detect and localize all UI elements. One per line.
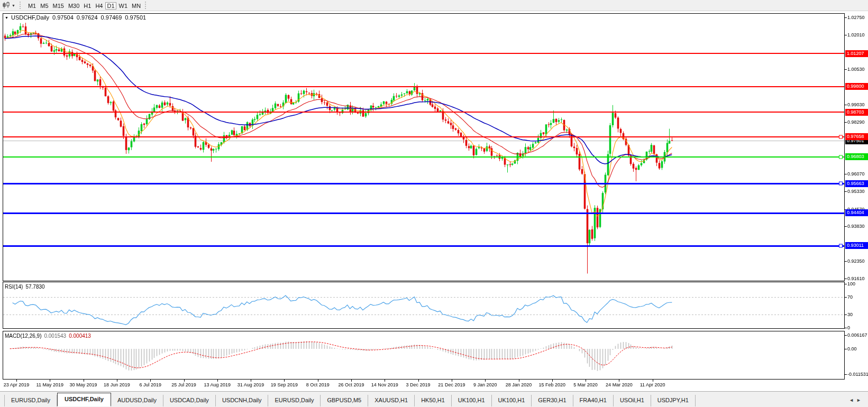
- tab-usdjpy-h1[interactable]: USDJPY,H1: [651, 395, 696, 406]
- tab-audusd-daily[interactable]: AUDUSD,Daily: [111, 395, 163, 406]
- tab-fra40-h1[interactable]: FRA40,H1: [573, 395, 614, 406]
- tab-xauusd-h1[interactable]: XAUUSD,H1: [368, 395, 415, 406]
- tab-usdcnh-daily[interactable]: USDCNH,Daily: [216, 395, 269, 406]
- tab-eurusd-daily[interactable]: EURUSD,Daily: [268, 395, 321, 406]
- tab-uk100-h1[interactable]: UK100,H1: [452, 395, 492, 406]
- rsi-name: RSI(14): [5, 284, 23, 290]
- timeframe-button-h1[interactable]: H1: [82, 2, 93, 10]
- price-chart-canvas[interactable]: [0, 0, 868, 407]
- toolbar-grip: [20, 2, 22, 9]
- chart-mode-icon[interactable]: [2, 1, 11, 10]
- tab-gbpusd-m5[interactable]: GBPUSD,M5: [321, 395, 368, 406]
- timeframe-button-m5[interactable]: M5: [39, 2, 50, 10]
- dropdown-caret-icon[interactable]: ▼: [12, 4, 15, 7]
- timeframe-button-m15[interactable]: M15: [51, 2, 66, 10]
- tab-usoil-h1[interactable]: USOil,H1: [614, 395, 651, 406]
- ohlc-low: 0.97469: [101, 14, 122, 21]
- macd-signal-value: 0.000413: [69, 333, 91, 339]
- tab-eurusd-daily[interactable]: EURUSD,Daily: [4, 395, 57, 406]
- timeframe-button-d1[interactable]: D1: [105, 2, 116, 10]
- tab-hk50-h1[interactable]: HK50,H1: [415, 395, 452, 406]
- timeframe-button-m1[interactable]: M1: [26, 2, 38, 10]
- toolbar-grip-2: [145, 2, 148, 9]
- ohlc-close: 0.97501: [125, 14, 146, 21]
- timeframe-bar: M1M5M15M30H1H4D1W1MN: [26, 1, 143, 10]
- macd-label: MACD(12,26,9)0.0015430.000413: [5, 333, 91, 339]
- macd-name: MACD(12,26,9): [5, 333, 41, 339]
- collapse-caret-icon[interactable]: ▼: [5, 16, 8, 20]
- rsi-value: 57.7830: [25, 284, 44, 290]
- tab-usdchf-daily[interactable]: USDCHF,Daily: [57, 393, 111, 406]
- timeframe-button-m30[interactable]: M30: [67, 2, 81, 10]
- rsi-label: RSI(14)57.7830: [5, 284, 45, 290]
- timeframe-button-mn[interactable]: MN: [130, 2, 142, 10]
- toolbar: ▼ M1M5M15M30H1H4D1W1MN: [0, 0, 868, 11]
- tab-usdcad-daily[interactable]: USDCAD,Daily: [163, 395, 216, 406]
- bottom-tab-bar: EURUSD,DailyUSDCHF,DailyAUDUSD,DailyUSDC…: [0, 391, 868, 406]
- timeframe-button-w1[interactable]: W1: [117, 2, 130, 10]
- macd-main-value: 0.001543: [44, 333, 66, 339]
- chart-title: ▼USDCHF,Daily0.975040.976240.974690.9750…: [5, 14, 149, 21]
- tab-uk100-h1[interactable]: UK100,H1: [492, 395, 532, 406]
- timeframe-button-h4[interactable]: H4: [94, 2, 104, 10]
- chart-symbol: USDCHF,Daily: [11, 14, 49, 21]
- tab-ger30-h1[interactable]: GER30,H1: [532, 395, 573, 406]
- tab-scroll-arrows[interactable]: ◄►: [849, 397, 864, 403]
- ohlc-high: 0.97624: [77, 14, 98, 21]
- ohlc-open: 0.97504: [52, 14, 74, 21]
